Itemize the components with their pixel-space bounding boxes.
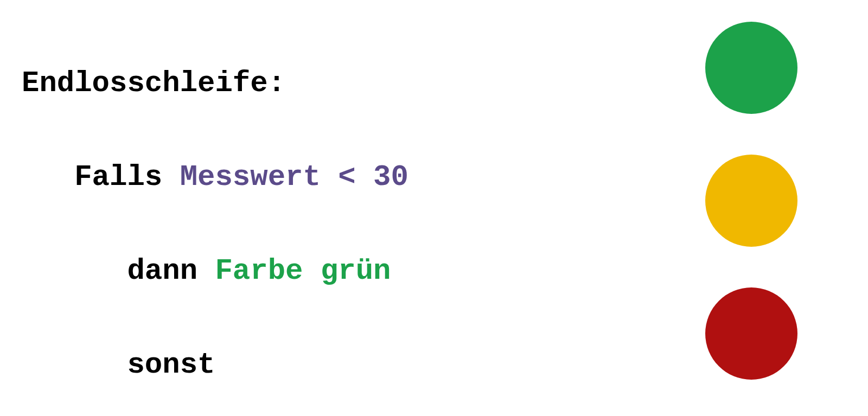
indicator-green <box>705 22 797 114</box>
code-line-2: Falls Messwert < 30 <box>22 154 514 201</box>
indicator-red <box>705 287 797 380</box>
traffic-light-indicators <box>705 22 797 380</box>
code-line-3: dann Farbe grün <box>22 248 514 295</box>
keyword-dann: dann <box>127 254 215 287</box>
action-green: Farbe grün <box>215 254 391 287</box>
indicator-yellow <box>705 155 797 247</box>
code-line-4: sonst <box>22 342 514 388</box>
pseudocode-block: Endlosschleife: Falls Messwert < 30 dann… <box>22 14 514 416</box>
keyword-sonst: sonst <box>127 348 215 381</box>
keyword-falls: Falls <box>74 161 180 194</box>
keyword-loop: Endlosschleife: <box>22 67 285 100</box>
code-line-1: Endlosschleife: <box>22 60 514 107</box>
condition-1: Messwert < 30 <box>180 161 409 194</box>
